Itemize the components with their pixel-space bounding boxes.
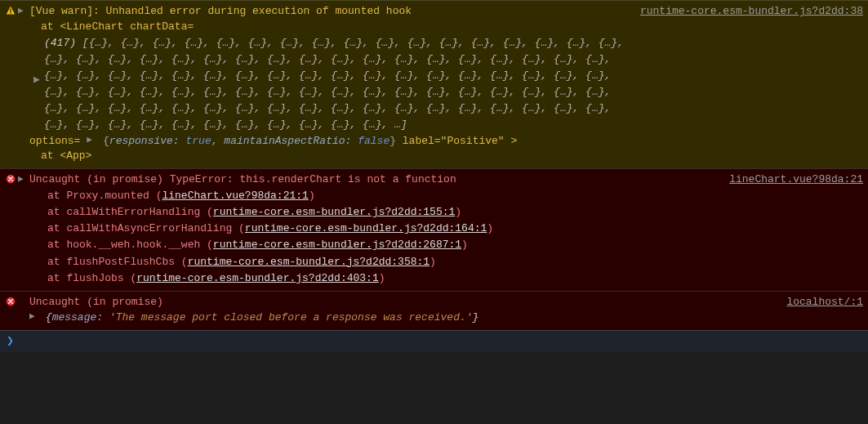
stack-frame: at flushPostFlushCbs (runtime-core.esm-b… [29,254,713,270]
expand-toggle-icon[interactable]: ▶ [18,172,29,184]
stack-location-link[interactable]: runtime-core.esm-bundler.js?d2dd:358:1 [188,256,430,268]
array-preview[interactable]: (417) [{…}, {…}, {…}, {…}, {…}, {…}, {…}… [44,35,624,134]
expand-toggle-icon[interactable]: ▶ [18,4,29,16]
stack-frame: at callWithAsyncErrorHandling (runtime-c… [29,221,713,237]
array-count: (417) [44,37,76,49]
source-link[interactable]: lineChart.vue?98da:21 [721,172,863,185]
stack-location-link[interactable]: runtime-core.esm-bundler.js?d2dd:164:1 [245,222,487,234]
warning-icon [3,4,18,16]
error-icon [3,295,18,306]
expand-spacer [18,295,29,296]
message-body: Uncaught (in promise) TypeError: this.re… [29,172,721,287]
stack-frame: at Proxy.mounted (lineChart.vue?98da:21:… [29,188,713,204]
stack-location-link[interactable]: lineChart.vue?98da:21:1 [162,190,308,202]
error-message: Uncaught (in promise) [29,296,163,308]
svg-rect-1 [10,12,11,13]
console-prompt[interactable]: ❯ [0,330,868,352]
stack-location-link[interactable]: runtime-core.esm-bundler.js?d2dd:403:1 [136,272,378,284]
array-items: [{…}, {…}, {…}, {…}, {…}, {…}, {…}, {…},… [44,37,624,132]
source-link[interactable]: localhost/:1 [778,295,863,308]
component-trace-app: at <App> [29,149,624,164]
options-label: options= [29,135,80,147]
console-entry-error: ▶ Uncaught (in promise) TypeError: this.… [0,168,868,291]
label-prop: label="Positive" > [403,135,517,147]
warning-message: [Vue warn]: Unhandled error during execu… [29,5,412,17]
console-entry-error: Uncaught (in promise) ▶ {message: 'The m… [0,291,868,330]
object-expand-icon[interactable]: ▶ [29,310,39,324]
component-trace: at <LineChart chartData= [41,20,194,33]
console-entry-warning: ▶ [Vue warn]: Unhandled error during exe… [0,0,868,168]
error-message: Uncaught (in promise) TypeError: this.re… [29,173,456,185]
stack-frame: at flushJobs (runtime-core.esm-bundler.j… [29,270,713,287]
stack-frame: at hook.__weh.hook.__weh (runtime-core.e… [29,237,713,253]
options-object[interactable]: {responsive: true, maintainAspectRatio: … [103,135,396,147]
array-expand-icon[interactable]: ▶ [29,35,44,88]
error-object[interactable]: {message: 'The message port closed befor… [46,311,479,324]
svg-rect-0 [10,9,11,12]
object-expand-icon[interactable]: ▶ [87,134,96,147]
source-link[interactable]: runtime-core.esm-bundler.js?d2dd:38 [632,4,863,17]
message-body: Uncaught (in promise) ▶ {message: 'The m… [29,295,778,326]
stack-location-link[interactable]: runtime-core.esm-bundler.js?d2dd:155:1 [213,206,455,218]
error-icon [3,172,18,184]
stack-frame: at callWithErrorHandling (runtime-core.e… [29,204,713,221]
stack-location-link[interactable]: runtime-core.esm-bundler.js?d2dd:2687:1 [213,239,461,251]
message-body: [Vue warn]: Unhandled error during execu… [29,4,632,164]
